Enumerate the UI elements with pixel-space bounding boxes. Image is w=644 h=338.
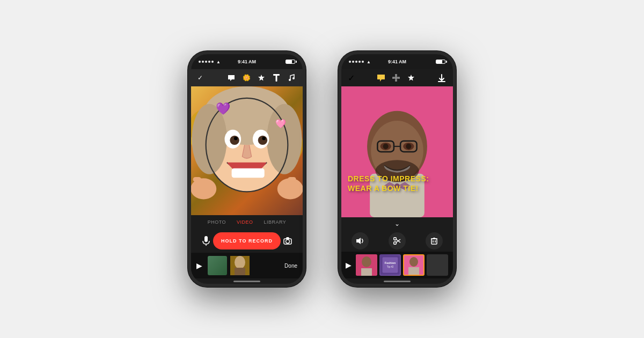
svg-marker-0 bbox=[258, 75, 265, 81]
text-icon-1[interactable] bbox=[272, 73, 281, 83]
timeline-strip-2: ▶ Fashion Tip #2 bbox=[341, 252, 453, 278]
done-label[interactable]: Done bbox=[284, 263, 297, 269]
svg-rect-18 bbox=[232, 168, 265, 178]
svg-point-33 bbox=[395, 74, 397, 77]
signal-dot-5 bbox=[211, 61, 214, 63]
play-button-1[interactable]: ▶ bbox=[196, 261, 202, 270]
timeline-strip-1: ▶ Done bbox=[191, 253, 303, 278]
emoji-icon-1[interactable]: 🌼 bbox=[241, 73, 251, 83]
signal-dot-9 bbox=[358, 61, 361, 63]
speech-bubble-yellow-icon[interactable] bbox=[376, 73, 386, 83]
tab-library[interactable]: LIBRARY bbox=[264, 219, 287, 225]
download-icon[interactable] bbox=[437, 73, 447, 83]
home-indicator-2 bbox=[384, 281, 411, 282]
svg-marker-55 bbox=[356, 238, 361, 244]
comic-background: 💜 🩷 bbox=[191, 86, 303, 215]
svg-point-35 bbox=[392, 77, 395, 79]
svg-point-34 bbox=[395, 79, 397, 82]
svg-point-36 bbox=[397, 77, 400, 79]
svg-text:Tip #2: Tip #2 bbox=[387, 266, 394, 268]
phone-2: ▲ 9:41 AM ✓ bbox=[338, 51, 456, 287]
svg-point-32 bbox=[394, 76, 398, 79]
svg-rect-24 bbox=[204, 236, 208, 242]
phone-screen-1: ✓ 🌼 bbox=[191, 69, 303, 284]
status-time-1: 9:41 AM bbox=[238, 59, 256, 64]
signal-dot-3 bbox=[205, 61, 207, 63]
battery-icon-1 bbox=[286, 60, 295, 64]
battery-area-1 bbox=[286, 60, 295, 64]
emoji-heart-pink: 🩷 bbox=[275, 119, 286, 129]
chevron-down-area: ⌄ bbox=[341, 217, 453, 230]
star-icon-1[interactable] bbox=[257, 73, 266, 83]
star-icon-2[interactable] bbox=[406, 73, 416, 83]
svg-marker-37 bbox=[408, 75, 414, 81]
home-indicator-1 bbox=[233, 281, 260, 282]
music-icon-1[interactable] bbox=[287, 73, 296, 83]
svg-rect-22 bbox=[288, 177, 296, 182]
svg-rect-62 bbox=[433, 238, 435, 239]
svg-rect-31 bbox=[235, 268, 245, 275]
svg-point-4 bbox=[292, 77, 295, 79]
svg-rect-69 bbox=[383, 258, 398, 273]
mic-button[interactable] bbox=[199, 233, 213, 248]
scissors-button[interactable] bbox=[389, 232, 406, 249]
camera-flip-button[interactable] bbox=[281, 233, 295, 248]
battery-area-2 bbox=[436, 60, 445, 64]
content-area-2: DRESS TO IMPRESS:WEAR A BOW TIE! bbox=[341, 86, 453, 217]
svg-point-49 bbox=[383, 144, 389, 149]
status-bar-1: ▲ 9:41 AM bbox=[191, 54, 303, 69]
toolbar-icons-1: 🌼 bbox=[226, 73, 296, 83]
play-button-2[interactable]: ▶ bbox=[346, 261, 352, 269]
volume-button[interactable] bbox=[352, 232, 369, 249]
signal-dot-1 bbox=[199, 61, 201, 63]
clip-thumb-1[interactable] bbox=[208, 256, 227, 275]
svg-point-17 bbox=[262, 137, 266, 141]
svg-text:Fashion: Fashion bbox=[385, 261, 396, 264]
signal-area: ▲ bbox=[199, 60, 221, 64]
phone-screen-2: ✓ bbox=[341, 69, 453, 284]
tab-video[interactable]: VIDEO bbox=[237, 219, 253, 225]
check-icon-1[interactable]: ✓ bbox=[197, 74, 203, 82]
svg-point-3 bbox=[289, 79, 291, 81]
clip-thumb-2[interactable] bbox=[230, 256, 250, 275]
svg-rect-2 bbox=[276, 74, 277, 82]
svg-rect-28 bbox=[286, 237, 289, 239]
clip-thumb-pink2[interactable] bbox=[403, 254, 425, 276]
speech-bubble-icon[interactable] bbox=[226, 73, 236, 83]
svg-point-30 bbox=[235, 256, 245, 269]
toolbar-1: ✓ 🌼 bbox=[191, 69, 303, 86]
status-time-2: 9:41 AM bbox=[388, 59, 406, 64]
clip-thumb-dark[interactable] bbox=[427, 254, 448, 276]
svg-point-27 bbox=[286, 240, 290, 244]
text-overlay: DRESS TO IMPRESS:WEAR A BOW TIE! bbox=[341, 170, 453, 197]
toolbar-icons-2 bbox=[376, 73, 416, 83]
svg-point-14 bbox=[230, 136, 239, 145]
wifi-icon-2: ▲ bbox=[367, 60, 371, 64]
signal-dot-2 bbox=[202, 61, 204, 63]
signal-dot-6 bbox=[349, 61, 351, 63]
capture-tabs: PHOTO VIDEO LIBRARY bbox=[191, 215, 303, 229]
capture-controls: HOLD TO RECORD bbox=[191, 229, 303, 253]
emoji-icon-2[interactable] bbox=[391, 73, 401, 83]
signal-dot-7 bbox=[352, 61, 354, 63]
check-icon-2[interactable]: ✓ bbox=[348, 73, 355, 83]
delete-button[interactable] bbox=[426, 232, 443, 249]
svg-rect-67 bbox=[361, 268, 372, 276]
pink-background: DRESS TO IMPRESS:WEAR A BOW TIE! bbox=[341, 86, 453, 217]
tab-photo[interactable]: PHOTO bbox=[208, 219, 226, 225]
svg-rect-20 bbox=[193, 177, 201, 182]
wifi-icon: ▲ bbox=[216, 60, 221, 64]
svg-point-73 bbox=[409, 257, 418, 267]
record-button[interactable]: HOLD TO RECORD bbox=[213, 232, 281, 249]
overlay-text: DRESS TO IMPRESS:WEAR A BOW TIE! bbox=[348, 174, 447, 193]
clip-thumb-fashion[interactable]: Fashion Tip #2 bbox=[379, 254, 401, 276]
svg-point-16 bbox=[234, 137, 238, 141]
toolbar-2: ✓ bbox=[341, 69, 453, 86]
svg-point-66 bbox=[362, 256, 371, 267]
svg-point-50 bbox=[406, 144, 411, 149]
svg-point-15 bbox=[258, 136, 267, 145]
signal-dot-4 bbox=[208, 61, 210, 63]
clip-thumb-person[interactable] bbox=[356, 254, 377, 276]
chevron-down-icon[interactable]: ⌄ bbox=[394, 220, 400, 227]
svg-rect-60 bbox=[431, 239, 437, 244]
